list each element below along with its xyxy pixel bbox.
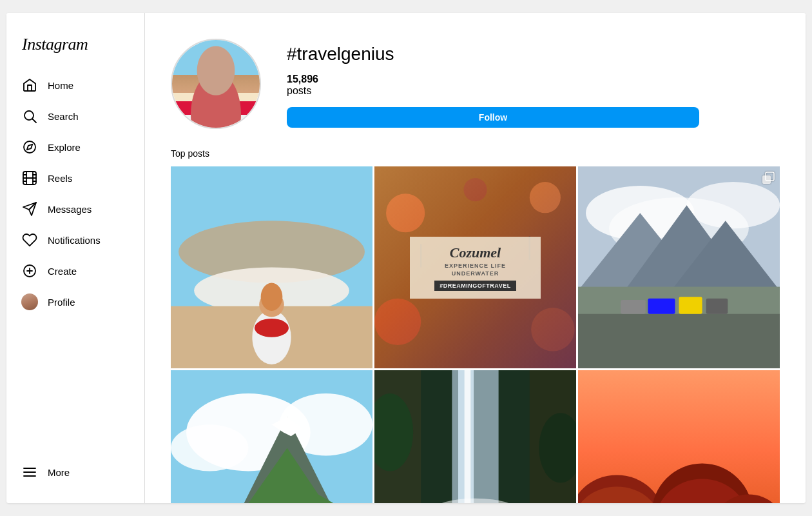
sidebar-item-reels[interactable]: Reels (14, 163, 137, 194)
cozumel-tag: #DREAMINGOFTRAVEL (434, 281, 516, 291)
grid-item-6[interactable] (578, 370, 780, 503)
sidebar: Instagram Home Search (6, 13, 145, 503)
sidebar-item-messages-label: Messages (48, 204, 92, 215)
svg-rect-35 (762, 175, 771, 184)
more-icon (22, 464, 37, 480)
posts-label: posts (287, 85, 311, 96)
sidebar-item-search[interactable]: Search (14, 101, 137, 132)
svg-line-1 (33, 119, 37, 123)
sidebar-item-notifications-label: Notifications (48, 235, 101, 246)
grid-item-3[interactable] (578, 166, 780, 368)
profile-avatar (171, 39, 261, 129)
sidebar-item-more[interactable]: More (14, 457, 137, 488)
sidebar-item-create-label: Create (48, 266, 77, 277)
grid-item-5[interactable] (374, 370, 576, 503)
profile-hashtag: #travelgenius (287, 44, 780, 64)
sidebar-item-profile-label: Profile (48, 297, 75, 308)
profile-stats: 15,896 posts (287, 74, 780, 97)
svg-point-2 (24, 141, 35, 153)
svg-point-22 (252, 310, 291, 364)
grid-item-1[interactable] (171, 166, 372, 368)
sidebar-item-explore[interactable]: Explore (14, 132, 137, 163)
explore-icon (22, 139, 37, 155)
sidebar-item-more-label: More (48, 467, 70, 478)
cozumel-card: Cozumel EXPERIENCE LIFE UNDERWATER #DREA… (410, 237, 541, 299)
sidebar-item-notifications[interactable]: Notifications (14, 224, 137, 255)
messages-icon (22, 201, 37, 217)
svg-marker-3 (27, 144, 32, 150)
sidebar-item-home[interactable]: Home (14, 70, 137, 101)
cozumel-title: Cozumel (421, 244, 529, 261)
main-content: #travelgenius 15,896 posts Follow Top po… (145, 13, 806, 503)
svg-rect-46 (679, 297, 702, 313)
sidebar-item-home-label: Home (48, 80, 73, 91)
multi-post-icon (762, 172, 775, 184)
svg-point-24 (255, 319, 289, 337)
svg-rect-44 (578, 314, 780, 368)
grid-item-2[interactable]: Cozumel EXPERIENCE LIFE UNDERWATER #DREA… (374, 166, 576, 368)
posts-count: 15,896 (287, 74, 318, 84)
cozumel-overlay: Cozumel EXPERIENCE LIFE UNDERWATER #DREA… (374, 166, 576, 368)
svg-rect-68 (465, 370, 471, 503)
svg-rect-48 (621, 300, 646, 314)
follow-button[interactable]: Follow (287, 107, 699, 128)
posts-grid: Cozumel EXPERIENCE LIFE UNDERWATER #DREA… (171, 166, 780, 503)
cozumel-subtitle: EXPERIENCE LIFE (421, 263, 529, 269)
svg-rect-47 (706, 299, 728, 314)
sidebar-item-explore-label: Explore (48, 142, 81, 153)
sidebar-item-create[interactable]: Create (14, 255, 137, 286)
grid-item-4[interactable] (171, 370, 372, 503)
svg-point-52 (171, 424, 248, 471)
profile-header: #travelgenius 15,896 posts Follow (145, 13, 806, 148)
svg-rect-45 (648, 299, 675, 314)
create-icon (22, 263, 37, 279)
svg-point-25 (261, 283, 283, 311)
reels-icon (22, 170, 37, 186)
cozumel-subtitle2: UNDERWATER (421, 270, 529, 277)
notifications-icon (22, 232, 37, 248)
sidebar-item-profile[interactable]: Profile (14, 286, 137, 317)
sidebar-item-messages[interactable]: Messages (14, 194, 137, 224)
sidebar-item-search-label: Search (48, 111, 79, 122)
profile-info: #travelgenius 15,896 posts Follow (287, 39, 780, 128)
profile-icon (22, 294, 37, 310)
sidebar-item-reels-label: Reels (48, 173, 72, 184)
instagram-logo[interactable]: Instagram (14, 23, 137, 70)
home-icon (22, 77, 37, 93)
grid-section: Top posts (145, 148, 806, 503)
top-posts-label: Top posts (171, 148, 780, 159)
search-icon (22, 108, 37, 124)
